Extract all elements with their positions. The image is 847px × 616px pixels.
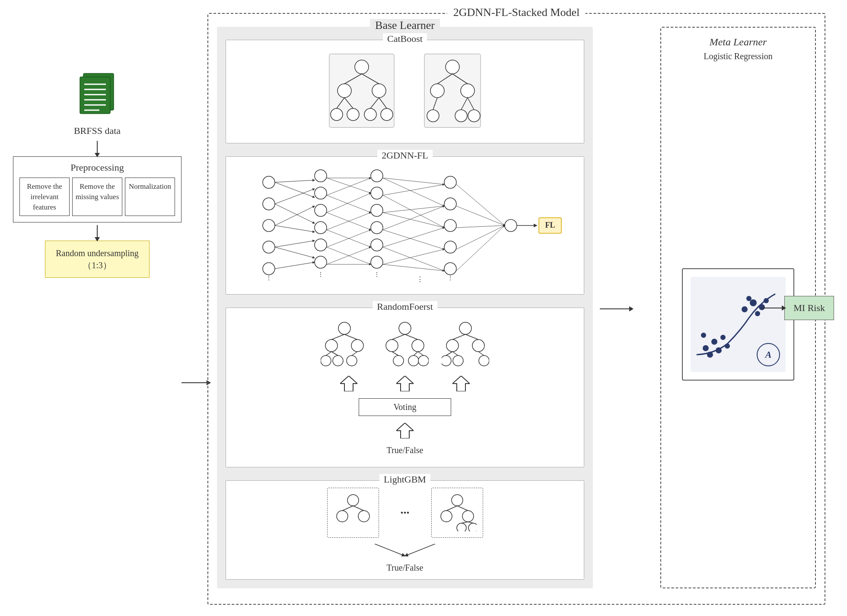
arrow-to-model — [182, 382, 207, 383]
rf-tree-3 — [442, 320, 489, 367]
svg-point-37 — [263, 241, 275, 253]
svg-marker-137 — [396, 376, 414, 391]
svg-point-26 — [427, 110, 439, 122]
svg-line-61 — [275, 180, 315, 182]
svg-text:FL: FL — [545, 221, 555, 229]
svg-point-58 — [444, 263, 456, 275]
svg-line-97 — [456, 225, 505, 249]
lgbm-ellipsis: ··· — [401, 506, 410, 520]
svg-point-148 — [457, 523, 466, 531]
svg-text:A: A — [764, 349, 772, 360]
svg-line-91 — [383, 247, 444, 271]
svg-line-132 — [465, 334, 478, 340]
svg-point-57 — [444, 241, 456, 253]
svg-point-164 — [742, 306, 748, 312]
svg-line-89 — [383, 230, 444, 249]
svg-line-68 — [275, 247, 315, 258]
svg-marker-136 — [340, 376, 357, 391]
svg-point-105 — [351, 340, 363, 352]
svg-point-35 — [263, 198, 275, 210]
svg-line-92 — [383, 249, 444, 264]
lgbm-section: LightGBM — [226, 480, 584, 580]
lgbm-tree-box-2 — [431, 488, 483, 538]
svg-line-71 — [327, 178, 371, 193]
svg-point-106 — [321, 356, 331, 366]
svg-point-41 — [315, 187, 327, 199]
svg-point-42 — [315, 204, 327, 216]
svg-point-36 — [263, 219, 275, 232]
svg-point-104 — [325, 340, 338, 352]
svg-line-123 — [414, 352, 418, 356]
svg-point-146 — [441, 511, 452, 522]
svg-line-153 — [468, 522, 473, 523]
lgbm-title: LightGBM — [379, 474, 430, 485]
svg-line-135 — [478, 352, 484, 356]
svg-point-118 — [408, 356, 419, 366]
nn-visualization: ⋮ ⋮ — [226, 157, 584, 294]
voting-box: Voting — [359, 398, 452, 416]
svg-point-147 — [462, 511, 474, 522]
svg-line-134 — [452, 352, 458, 356]
svg-point-140 — [347, 495, 359, 506]
svg-point-49 — [371, 204, 383, 216]
svg-point-34 — [263, 176, 275, 188]
svg-line-113 — [352, 352, 357, 356]
svg-line-65 — [275, 206, 315, 225]
base-learner-title: Base Learner — [370, 19, 440, 32]
catboost-tree-1 — [327, 52, 396, 131]
svg-text:⋮: ⋮ — [447, 275, 453, 281]
rf-section: RandomFoerst — [226, 308, 584, 467]
svg-point-47 — [371, 170, 383, 182]
svg-point-168 — [746, 296, 751, 301]
svg-point-40 — [315, 170, 327, 182]
svg-line-69 — [275, 262, 315, 269]
rf-arrow-4 — [396, 423, 414, 438]
svg-line-133 — [446, 352, 452, 356]
svg-point-48 — [371, 187, 383, 199]
svg-point-11 — [372, 84, 386, 98]
svg-point-141 — [337, 511, 348, 522]
svg-point-10 — [338, 84, 351, 98]
svg-point-149 — [468, 523, 477, 531]
svg-text:⋮: ⋮ — [266, 275, 272, 281]
svg-point-45 — [315, 256, 327, 268]
svg-line-87 — [383, 213, 444, 228]
svg-point-103 — [338, 322, 350, 334]
svg-point-44 — [315, 239, 327, 251]
svg-line-155 — [405, 544, 435, 556]
arrow-to-meta — [600, 308, 630, 309]
left-section: BRFSS data Preprocessing Remove the irre… — [13, 69, 182, 278]
svg-point-129 — [453, 356, 463, 366]
stacked-model-title: 2GDNN-FL-Stacked Model — [447, 6, 586, 19]
svg-text:⋮: ⋮ — [318, 271, 324, 278]
svg-line-66 — [275, 225, 315, 232]
svg-line-112 — [331, 352, 338, 356]
rf-tree-2 — [381, 320, 429, 367]
svg-line-93 — [383, 264, 444, 271]
catboost-tree-2 — [422, 52, 483, 131]
svg-line-122 — [392, 352, 398, 356]
svg-point-158 — [711, 339, 717, 345]
step-remove-irrelevant: Remove the irrelevant features — [19, 178, 70, 216]
svg-line-151 — [457, 506, 468, 511]
lgbm-true-false: True/False — [387, 563, 424, 573]
svg-line-84 — [383, 184, 444, 195]
rf-content: Voting True/False — [226, 308, 584, 467]
svg-point-13 — [347, 108, 359, 121]
catboost-title: CatBoost — [383, 33, 427, 44]
svg-point-116 — [412, 340, 424, 352]
svg-line-152 — [462, 522, 468, 523]
document-icon — [76, 69, 119, 123]
undersampling-box: Random undersampling （1:3） — [45, 241, 150, 278]
svg-point-125 — [459, 322, 471, 334]
svg-point-117 — [393, 356, 404, 366]
svg-point-128 — [442, 356, 451, 366]
mi-risk-label: MI Risk — [784, 296, 834, 320]
svg-point-27 — [455, 110, 467, 122]
svg-line-72 — [327, 178, 371, 195]
svg-line-64 — [275, 204, 315, 223]
svg-point-14 — [364, 108, 376, 121]
svg-point-161 — [701, 333, 706, 338]
svg-point-115 — [386, 340, 398, 352]
rf-title: RandomFoerst — [373, 301, 437, 312]
